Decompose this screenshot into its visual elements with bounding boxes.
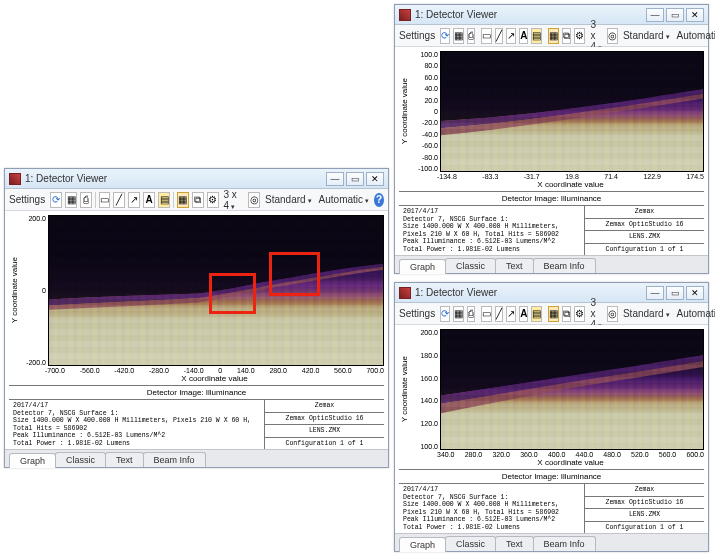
x-ticks: -700.0-560.0-420.0 -280.0-140.00 140.028… [45, 366, 384, 374]
minimize-button[interactable]: — [646, 8, 664, 22]
maximize-button[interactable]: ▭ [666, 8, 684, 22]
status-size: Size 1400.000 W X 400.000 H Millimeters,… [403, 501, 580, 516]
settings-button[interactable]: Settings [399, 30, 435, 41]
refresh-icon[interactable]: ⟳ [50, 192, 62, 208]
grid-toggle-icon[interactable]: ▦ [548, 306, 559, 322]
copy-icon[interactable]: ⧉ [562, 28, 571, 44]
automatic-dropdown[interactable]: Automatic [675, 30, 715, 41]
settings-button[interactable]: Settings [399, 308, 435, 319]
settings-icon[interactable]: ⚙ [574, 28, 585, 44]
app-icon [399, 287, 411, 299]
titlebar[interactable]: 1: Detector Viewer — ▭ ✕ [395, 283, 708, 303]
grid-size-dropdown[interactable]: 3 x 4 [222, 189, 246, 211]
snapshot-icon[interactable]: ▦ [65, 192, 77, 208]
line-icon[interactable]: ╱ [495, 306, 503, 322]
toolbar: Settings ⟳ ▦ ⎙ ▭ ╱ ↗ A ▤ ▦ ⧉ ⚙ 3 x 4 ◎ S… [395, 303, 708, 325]
line-icon[interactable]: ╱ [113, 192, 125, 208]
product-label: Zemax OpticStudio 16 [285, 415, 363, 422]
line-icon[interactable]: ╱ [495, 28, 503, 44]
tab-classic[interactable]: Classic [55, 452, 106, 467]
tab-beam-info[interactable]: Beam Info [143, 452, 206, 467]
target-icon[interactable]: ◎ [248, 192, 260, 208]
detector-image[interactable] [440, 329, 704, 450]
status-peak: Peak Illuminance : 6.512E-03 Lumens/M^2 [13, 432, 260, 439]
text-icon[interactable]: A [519, 28, 528, 44]
grid-toggle-icon[interactable]: ▦ [177, 192, 189, 208]
text-icon[interactable]: A [143, 192, 155, 208]
rect-icon[interactable]: ▭ [481, 28, 492, 44]
print-icon[interactable]: ⎙ [467, 28, 475, 44]
plot-area: Y coordinate value 200.0 0 -200.0 [5, 211, 388, 449]
close-button[interactable]: ✕ [366, 172, 384, 186]
detector-viewer-window-a: 1: Detector Viewer — ▭ ✕ Settings ⟳ ▦ ⎙ … [4, 168, 389, 468]
snapshot-icon[interactable]: ▦ [453, 28, 464, 44]
standard-dropdown[interactable]: Standard [263, 194, 314, 205]
refresh-icon[interactable]: ⟳ [440, 28, 450, 44]
tab-graph[interactable]: Graph [9, 453, 56, 468]
status-detector: Detector 7, NSCG Surface 1: [403, 494, 580, 501]
lens-file-label: LENS.ZMX [629, 233, 660, 240]
y-ticks: 200.0 0 -200.0 [20, 215, 48, 366]
window-title: 1: Detector Viewer [415, 9, 646, 20]
note-icon[interactable]: ▤ [531, 28, 542, 44]
tab-graph[interactable]: Graph [399, 537, 446, 552]
standard-dropdown[interactable]: Standard [621, 308, 672, 319]
note-icon[interactable]: ▤ [158, 192, 170, 208]
tab-bar: Graph Classic Text Beam Info [395, 533, 708, 551]
settings-button[interactable]: Settings [9, 194, 45, 205]
detector-image[interactable] [48, 215, 384, 366]
titlebar[interactable]: 1: Detector Viewer — ▭ ✕ [5, 169, 388, 189]
tab-bar: Graph Classic Text Beam Info [395, 255, 708, 273]
help-icon[interactable]: ? [374, 193, 384, 207]
standard-dropdown[interactable]: Standard [621, 30, 672, 41]
status-detector: Detector 7, NSCG Surface 1: [403, 216, 580, 223]
tab-graph[interactable]: Graph [399, 259, 446, 274]
print-icon[interactable]: ⎙ [467, 306, 475, 322]
tab-classic[interactable]: Classic [445, 258, 496, 273]
rect-icon[interactable]: ▭ [481, 306, 492, 322]
vendor-label: Zemax [635, 486, 655, 493]
lens-file-label: LENS.ZMX [309, 427, 340, 434]
tab-text[interactable]: Text [495, 536, 534, 551]
text-icon[interactable]: A [519, 306, 528, 322]
automatic-dropdown[interactable]: Automatic [675, 308, 715, 319]
arrow-icon[interactable]: ↗ [128, 192, 140, 208]
arrow-icon[interactable]: ↗ [506, 28, 516, 44]
roi-box-1[interactable] [209, 273, 256, 315]
target-icon[interactable]: ◎ [607, 28, 618, 44]
grid-toggle-icon[interactable]: ▦ [548, 28, 559, 44]
config-label: Configuration 1 of 1 [605, 524, 683, 531]
config-label: Configuration 1 of 1 [285, 440, 363, 447]
tab-text[interactable]: Text [105, 452, 144, 467]
tab-beam-info[interactable]: Beam Info [533, 258, 596, 273]
copy-icon[interactable]: ⧉ [192, 192, 204, 208]
copy-icon[interactable]: ⧉ [562, 306, 571, 322]
status-date: 2017/4/17 [403, 486, 580, 493]
minimize-button[interactable]: — [646, 286, 664, 300]
tab-classic[interactable]: Classic [445, 536, 496, 551]
target-icon[interactable]: ◎ [607, 306, 618, 322]
minimize-button[interactable]: — [326, 172, 344, 186]
tab-text[interactable]: Text [495, 258, 534, 273]
settings-icon[interactable]: ⚙ [207, 192, 219, 208]
snapshot-icon[interactable]: ▦ [453, 306, 464, 322]
product-label: Zemax OpticStudio 16 [605, 221, 683, 228]
maximize-button[interactable]: ▭ [346, 172, 364, 186]
titlebar[interactable]: 1: Detector Viewer — ▭ ✕ [395, 5, 708, 25]
automatic-dropdown[interactable]: Automatic [317, 194, 371, 205]
arrow-icon[interactable]: ↗ [506, 306, 516, 322]
rect-icon[interactable]: ▭ [99, 192, 111, 208]
note-icon[interactable]: ▤ [531, 306, 542, 322]
detector-image[interactable] [440, 51, 704, 172]
roi-box-2[interactable] [269, 252, 319, 297]
x-axis-label: X coordinate value [437, 458, 704, 469]
tab-beam-info[interactable]: Beam Info [533, 536, 596, 551]
close-button[interactable]: ✕ [686, 286, 704, 300]
refresh-icon[interactable]: ⟳ [440, 306, 450, 322]
print-icon[interactable]: ⎙ [80, 192, 92, 208]
toolbar: Settings ⟳ ▦ ⎙ ▭ ╱ ↗ A ▤ ▦ ⧉ ⚙ 3 x 4 ◎ S… [395, 25, 708, 47]
y-axis-label: Y coordinate value [9, 257, 20, 323]
settings-icon[interactable]: ⚙ [574, 306, 585, 322]
maximize-button[interactable]: ▭ [666, 286, 684, 300]
close-button[interactable]: ✕ [686, 8, 704, 22]
